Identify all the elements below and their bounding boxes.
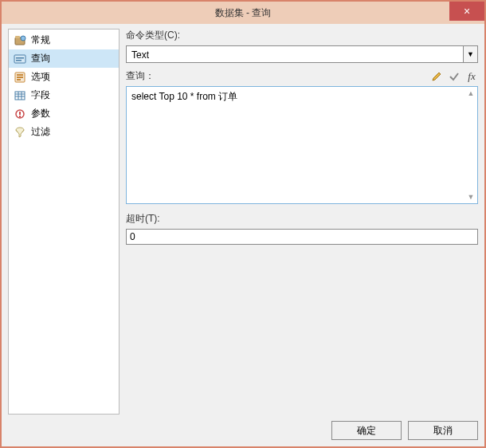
sidebar: 常规 查询 选项 字段: [8, 29, 120, 415]
dialog-body: 常规 查询 选项 字段: [2, 24, 484, 446]
combo-dropdown-button[interactable]: ▼: [463, 46, 477, 62]
fx-icon[interactable]: fx: [465, 70, 478, 83]
sidebar-item-label: 参数: [31, 107, 50, 120]
check-icon[interactable]: [448, 70, 461, 83]
command-type-value: Text: [127, 46, 463, 62]
svg-rect-16: [19, 112, 21, 115]
svg-point-2: [21, 36, 25, 41]
sidebar-item-label: 过滤: [31, 125, 50, 139]
svg-rect-4: [16, 57, 24, 59]
sidebar-item-query[interactable]: 查询: [9, 49, 119, 68]
ok-label: 确定: [357, 424, 376, 438]
options-icon: [14, 71, 26, 84]
chevron-down-icon: ▼: [467, 50, 474, 58]
general-icon: [14, 34, 26, 47]
svg-rect-17: [19, 116, 21, 117]
ok-button[interactable]: 确定: [331, 421, 402, 440]
title-bar: 数据集 - 查询 ×: [2, 2, 484, 24]
close-icon: ×: [464, 5, 470, 18]
sidebar-item-filter[interactable]: 过滤: [9, 123, 119, 141]
edit-icon[interactable]: [430, 70, 443, 83]
svg-rect-8: [17, 77, 23, 78]
sidebar-item-label: 字段: [31, 88, 50, 102]
fields-icon: [14, 89, 26, 102]
filter-icon: [14, 126, 26, 139]
command-type-label: 命令类型(C):: [126, 29, 478, 42]
command-type-combo[interactable]: Text ▼: [126, 45, 478, 63]
sidebar-item-general[interactable]: 常规: [9, 31, 119, 49]
dialog-window: 数据集 - 查询 × 常规 查询: [0, 0, 486, 448]
scroll-down-icon[interactable]: ▼: [466, 192, 476, 202]
sidebar-item-label: 选项: [31, 70, 50, 84]
svg-rect-5: [16, 60, 22, 61]
sidebar-item-fields[interactable]: 字段: [9, 86, 119, 104]
query-textarea-container: ▲ ▼: [126, 86, 478, 204]
sidebar-item-label: 常规: [31, 33, 50, 47]
close-button[interactable]: ×: [449, 2, 484, 21]
sidebar-item-label: 查询: [31, 52, 50, 65]
query-label: 查询：: [126, 69, 430, 83]
timeout-input[interactable]: [126, 229, 478, 245]
dialog-footer: 确定 取消: [8, 415, 478, 440]
query-toolbar: fx: [430, 70, 478, 83]
parameters-icon: [14, 108, 26, 120]
query-textarea[interactable]: [127, 87, 477, 203]
cancel-button[interactable]: 取消: [408, 421, 478, 440]
svg-rect-10: [15, 92, 25, 100]
svg-rect-9: [17, 79, 21, 81]
query-header: 查询： fx: [126, 69, 478, 83]
timeout-label: 超时(T):: [126, 212, 478, 226]
window-title: 数据集 - 查询: [2, 6, 484, 20]
scroll-up-icon[interactable]: ▲: [466, 88, 476, 98]
svg-rect-1: [15, 36, 20, 38]
main-area: 常规 查询 选项 字段: [8, 29, 478, 415]
svg-rect-7: [17, 74, 23, 76]
sidebar-item-options[interactable]: 选项: [9, 68, 119, 86]
cancel-label: 取消: [433, 424, 453, 438]
content-panel: 命令类型(C): Text ▼ 查询：: [126, 29, 478, 415]
svg-rect-3: [14, 55, 25, 63]
sidebar-item-parameters[interactable]: 参数: [9, 104, 119, 123]
query-icon: [14, 53, 26, 65]
